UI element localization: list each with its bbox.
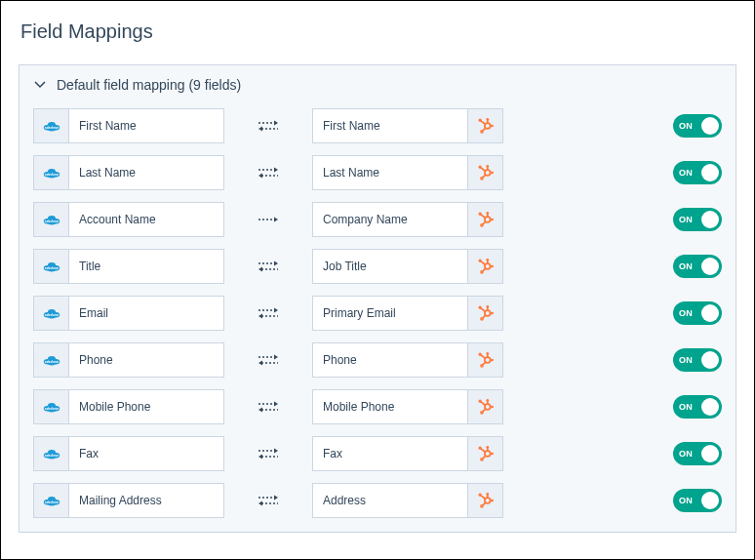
bidirectional-arrow-icon[interactable] <box>224 400 312 414</box>
mapping-row: Mailing AddressAddressON <box>33 483 722 518</box>
source-field[interactable]: Email <box>68 296 224 331</box>
salesforce-icon <box>33 483 68 518</box>
source-field-label: Email <box>79 306 108 320</box>
mapping-row: TitleJob TitleON <box>33 249 722 284</box>
source-field-label: First Name <box>79 119 137 133</box>
source-field-label: Account Name <box>79 213 156 226</box>
accordion-default-mapping[interactable]: Default field mapping (9 fields) <box>33 77 722 93</box>
mapping-toggle[interactable]: ON <box>673 161 722 184</box>
source-field-label: Mailing Address <box>79 494 162 507</box>
source-field[interactable]: Account Name <box>68 202 224 237</box>
target-field[interactable]: Job Title <box>312 249 468 284</box>
source-field[interactable]: Fax <box>68 436 224 471</box>
target-field[interactable]: Address <box>312 483 468 518</box>
toggle-label: ON <box>679 121 693 131</box>
mapping-toggle[interactable]: ON <box>673 442 722 465</box>
bidirectional-arrow-icon[interactable] <box>224 119 312 133</box>
hubspot-icon <box>468 202 503 237</box>
source-field-label: Last Name <box>79 166 136 180</box>
mapping-row: Account NameCompany NameON <box>33 202 722 237</box>
mappings-panel: Default field mapping (9 fields) First N… <box>19 64 736 533</box>
source-field[interactable]: Title <box>68 249 224 284</box>
source-field[interactable]: Last Name <box>68 155 224 190</box>
hubspot-icon <box>468 108 503 143</box>
salesforce-icon <box>33 155 68 190</box>
target-field[interactable]: Primary Email <box>312 296 468 331</box>
target-field[interactable]: Phone <box>312 342 468 378</box>
bidirectional-arrow-icon[interactable] <box>224 494 312 507</box>
bidirectional-arrow-icon[interactable] <box>224 306 312 320</box>
toggle-knob <box>701 398 719 416</box>
salesforce-icon <box>33 342 68 378</box>
mapping-toggle[interactable]: ON <box>673 208 722 231</box>
salesforce-icon <box>33 296 68 331</box>
source-field[interactable]: First Name <box>68 108 224 143</box>
mapping-row: FaxFaxON <box>33 436 722 471</box>
target-field[interactable]: Last Name <box>312 155 468 190</box>
oneway-arrow-icon[interactable] <box>224 215 312 224</box>
hubspot-icon <box>468 155 503 190</box>
target-field[interactable]: First Name <box>312 108 468 143</box>
mapping-toggle[interactable]: ON <box>673 255 722 278</box>
page-title: Field Mappings <box>20 20 736 43</box>
mapping-rows: First NameFirst NameONLast NameLast Name… <box>33 108 722 518</box>
toggle-knob <box>701 304 719 322</box>
salesforce-icon <box>33 436 68 471</box>
chevron-down-icon <box>33 78 47 92</box>
toggle-knob <box>701 258 719 275</box>
bidirectional-arrow-icon[interactable] <box>224 447 312 460</box>
mapping-toggle[interactable]: ON <box>673 489 722 512</box>
toggle-knob <box>701 211 719 228</box>
accordion-label: Default field mapping (9 fields) <box>57 77 241 93</box>
hubspot-icon <box>468 483 503 518</box>
salesforce-icon <box>33 249 68 284</box>
mapping-row: Mobile PhoneMobile PhoneON <box>33 389 722 424</box>
target-field-label: Job Title <box>323 260 367 273</box>
source-field-label: Title <box>79 260 100 273</box>
mapping-row: First NameFirst NameON <box>33 108 722 143</box>
hubspot-icon <box>468 296 503 331</box>
target-field[interactable]: Fax <box>312 436 468 471</box>
bidirectional-arrow-icon[interactable] <box>224 260 312 273</box>
source-field[interactable]: Mailing Address <box>68 483 224 518</box>
mapping-toggle[interactable]: ON <box>673 301 722 325</box>
source-field-label: Mobile Phone <box>79 400 150 414</box>
target-field-label: Address <box>323 494 366 507</box>
toggle-knob <box>701 492 719 509</box>
source-field-label: Fax <box>79 447 99 460</box>
toggle-label: ON <box>679 215 693 224</box>
mapping-toggle[interactable]: ON <box>673 348 722 372</box>
toggle-knob <box>701 445 719 462</box>
target-field-label: Fax <box>323 447 342 460</box>
target-field[interactable]: Mobile Phone <box>312 389 468 424</box>
toggle-knob <box>701 117 719 135</box>
toggle-label: ON <box>679 449 693 459</box>
target-field-label: Primary Email <box>323 306 396 320</box>
salesforce-icon <box>33 108 68 143</box>
app-frame: Field Mappings Default field mapping (9 … <box>0 0 755 560</box>
toggle-label: ON <box>679 496 693 505</box>
hubspot-icon <box>468 436 503 471</box>
bidirectional-arrow-icon[interactable] <box>224 166 312 180</box>
mapping-toggle[interactable]: ON <box>673 395 722 419</box>
hubspot-icon <box>468 342 503 378</box>
target-field[interactable]: Company Name <box>312 202 468 237</box>
target-field-label: Company Name <box>323 213 408 226</box>
toggle-knob <box>701 351 719 369</box>
source-field[interactable]: Mobile Phone <box>68 389 224 424</box>
toggle-label: ON <box>679 261 693 271</box>
source-field-label: Phone <box>79 353 113 367</box>
target-field-label: Last Name <box>323 166 379 180</box>
salesforce-icon <box>33 202 68 237</box>
target-field-label: Mobile Phone <box>323 400 394 414</box>
bidirectional-arrow-icon[interactable] <box>224 353 312 367</box>
target-field-label: First Name <box>323 119 380 133</box>
mapping-row: Last NameLast NameON <box>33 155 722 190</box>
mapping-row: PhonePhoneON <box>33 342 722 378</box>
salesforce-icon <box>33 389 68 424</box>
toggle-knob <box>701 164 719 181</box>
mapping-row: EmailPrimary EmailON <box>33 296 722 331</box>
source-field[interactable]: Phone <box>68 342 224 378</box>
mapping-toggle[interactable]: ON <box>673 114 722 138</box>
toggle-label: ON <box>679 308 693 318</box>
